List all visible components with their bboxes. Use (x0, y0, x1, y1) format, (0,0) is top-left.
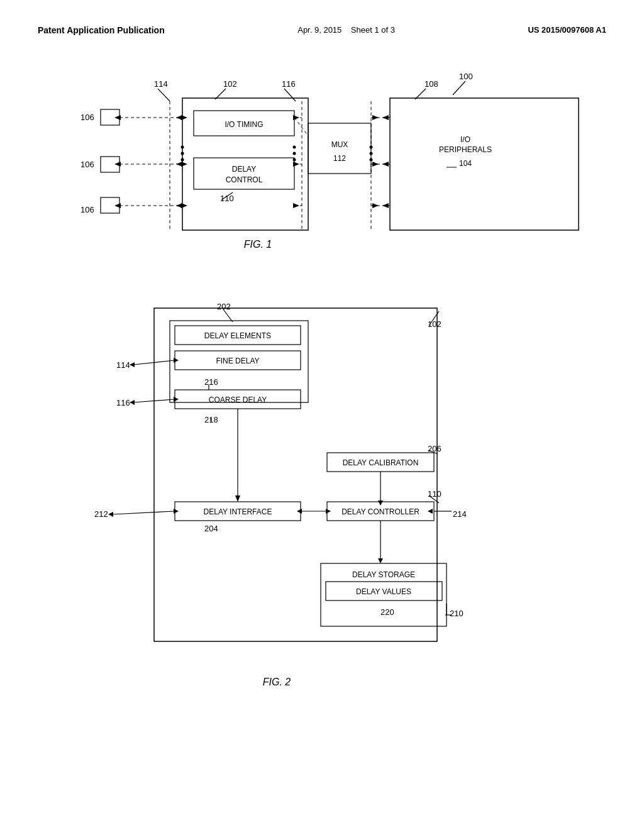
arr-rr3 (382, 203, 389, 208)
delay-values-label: DELAY VALUES (356, 587, 411, 596)
arr-rl1 (372, 115, 379, 120)
io-peripherals-label: I/O (460, 135, 470, 144)
svg-line-8 (223, 309, 233, 322)
dot-l1 (181, 146, 184, 149)
io-peripherals-ref: 104 (459, 159, 472, 168)
arrow-mid-left-rev (114, 162, 121, 167)
ref2-216: 216 (204, 377, 218, 387)
ref-108: 108 (425, 79, 438, 89)
arr2-114-left (130, 362, 135, 367)
arr2-coarse-to-interface (235, 495, 240, 502)
fig2-svg: 102 202 DELAY ELEMENTS FINE DELAY 114 CO… (38, 296, 604, 704)
box-delay-control (194, 158, 294, 189)
ref2-114: 114 (116, 360, 130, 370)
fig2-label: FIG. 2 (263, 677, 291, 687)
io-peripherals-label2: PERIPHERALS (439, 145, 492, 154)
ref2-116: 116 (116, 398, 130, 407)
delay-control-label2: CONTROL (226, 175, 263, 184)
header-date: Apr. 9, 2015 (297, 25, 341, 35)
delay-calibration-label: DELAY CALIBRATION (343, 458, 419, 467)
arr-l1 (176, 115, 182, 120)
dot-rr1 (370, 146, 373, 149)
dot-r3 (293, 158, 296, 162)
fig1-svg: 100 I/O PERIPHERALS 104 108 102 I/O TIMI… (38, 60, 604, 255)
arr-rr2 (382, 162, 389, 167)
page-header: Patent Application Publication Apr. 9, 2… (38, 25, 606, 35)
delay-storage-label: DELAY STORAGE (352, 570, 415, 579)
header-center: Apr. 9, 2015 Sheet 1 of 3 (297, 25, 395, 35)
coarse-delay-label: COARSE DELAY (209, 396, 267, 404)
dot-r1 (293, 146, 296, 149)
arr2-int-to-ctrl (326, 509, 331, 514)
arr2-116-left (130, 400, 135, 405)
arrow-top-left-rev (114, 115, 121, 120)
ref-114: 114 (154, 79, 168, 89)
ref2-206: 206 (428, 444, 441, 453)
arr-r3 (293, 203, 299, 208)
arr2-212-right (174, 509, 179, 514)
delay-control-label1: DELAY (232, 165, 256, 174)
io-timing-label: I/O TIMING (225, 120, 263, 129)
arrow-bot-left-rev (114, 203, 121, 208)
dot-rr3 (370, 158, 373, 162)
box-102 (182, 98, 308, 230)
ref2-214: 214 (453, 509, 467, 519)
arr-rl3 (372, 203, 379, 208)
mux-label: MUX (331, 140, 348, 149)
arr2-114-right (174, 358, 179, 363)
arr2-214-left (428, 509, 433, 514)
arr2-212-left (108, 512, 113, 517)
ref2-210: 210 (450, 609, 464, 618)
arr-l2 (176, 162, 182, 167)
svg-line-5 (284, 89, 296, 101)
svg-line-0 (453, 81, 465, 95)
header-title: Patent Application Publication (38, 25, 165, 35)
delay-interface-label: DELAY INTERFACE (204, 507, 272, 516)
fig1-section: 100 I/O PERIPHERALS 104 108 102 I/O TIMI… (38, 60, 606, 258)
dot-rr2 (370, 152, 373, 155)
arr-rr1 (382, 115, 389, 120)
ref-106-mid: 106 (80, 160, 94, 169)
dot-l3 (181, 158, 184, 162)
delay-elements-label: DELAY ELEMENTS (204, 331, 271, 340)
fig2-section: 102 202 DELAY ELEMENTS FINE DELAY 114 CO… (38, 296, 606, 707)
outer-box-100 (390, 98, 579, 230)
ref2-220: 220 (380, 607, 394, 617)
fig1-label: FIG. 1 (244, 239, 272, 250)
arr2-ctrl-to-storage (378, 558, 383, 563)
ref2-110: 110 (428, 489, 441, 499)
fine-delay-label: FINE DELAY (216, 357, 259, 365)
header-patent-number: US 2015/0097608 A1 (528, 25, 606, 35)
svg-line-6 (158, 89, 170, 101)
svg-line-14 (112, 511, 175, 514)
dot-l2 (181, 152, 184, 155)
arr2-ctrl-to-int (297, 509, 302, 514)
ref-106-top: 106 (80, 113, 94, 122)
header-sheet: Sheet 1 of 3 (351, 25, 395, 35)
ref2-204: 204 (204, 524, 218, 533)
dashed-line-top-right1 (294, 118, 308, 136)
arr-r2 (293, 162, 299, 167)
ref2-212: 212 (94, 509, 108, 519)
arr2-116-right (174, 397, 179, 402)
arr2-cal-to-ctrl (378, 501, 383, 506)
mux-ref: 112 (333, 154, 346, 163)
ref2-218: 218 (204, 415, 218, 424)
delay-controller-label: DELAY CONTROLLER (341, 507, 419, 516)
dot-r2 (293, 152, 296, 155)
ref-110: 110 (220, 194, 234, 203)
ref-116: 116 (282, 79, 296, 89)
ref-106-bot: 106 (80, 205, 94, 214)
arr-rl2 (372, 162, 379, 167)
arr-r1 (293, 115, 299, 120)
arr-l3 (176, 203, 182, 208)
ref-102: 102 (223, 79, 237, 89)
ref-100: 100 (459, 72, 473, 81)
page: Patent Application Publication Apr. 9, 2… (0, 0, 644, 830)
